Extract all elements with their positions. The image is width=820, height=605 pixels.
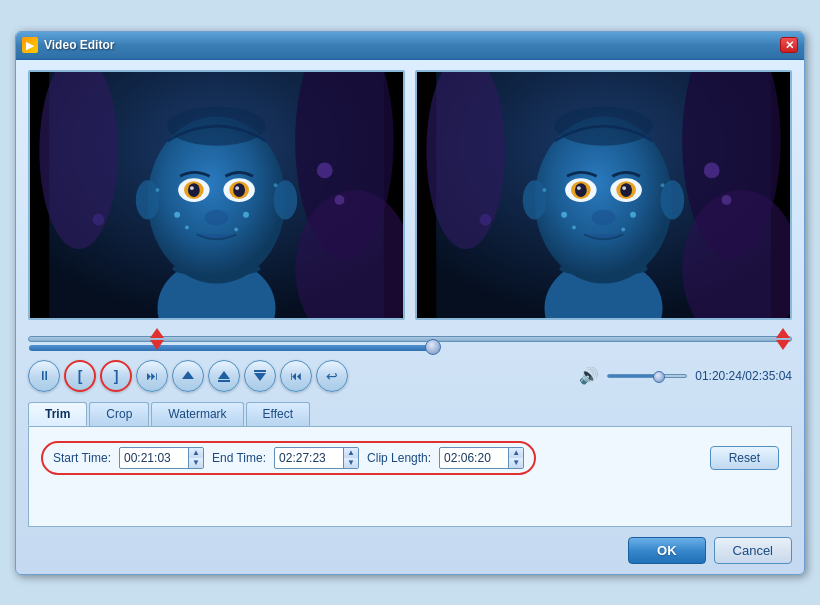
tab-effect[interactable]: Effect xyxy=(246,402,310,426)
svg-point-27 xyxy=(167,106,265,145)
trim-controls: Start Time: ▲ ▼ End Time: ▲ ▼ xyxy=(41,441,779,475)
cancel-button[interactable]: Cancel xyxy=(714,537,792,564)
svg-point-5 xyxy=(335,195,345,205)
trim-panel: Start Time: ▲ ▼ End Time: ▲ ▼ xyxy=(28,427,792,527)
left-preview xyxy=(28,70,405,320)
timeline-thumb[interactable] xyxy=(425,339,441,355)
trim-handle-left[interactable] xyxy=(150,328,164,350)
svg-point-25 xyxy=(136,180,160,219)
svg-point-62 xyxy=(561,211,567,217)
close-button[interactable]: ✕ xyxy=(780,37,798,53)
svg-point-65 xyxy=(621,227,625,231)
left-triangle-up xyxy=(150,328,164,338)
svg-marker-71 xyxy=(254,373,266,381)
timeline-track[interactable] xyxy=(28,336,792,342)
mark-in-button[interactable]: [ xyxy=(64,360,96,392)
right-triangle-up xyxy=(776,328,790,338)
clip-length-spinner: ▲ ▼ xyxy=(508,448,523,468)
clip-length-up[interactable]: ▲ xyxy=(509,448,523,458)
up-arrow-button[interactable] xyxy=(172,360,204,392)
mark-out-button[interactable]: ] xyxy=(100,360,132,392)
start-time-up[interactable]: ▲ xyxy=(189,448,203,458)
svg-point-39 xyxy=(722,195,732,205)
title-bar: ▶ Video Editor ✕ xyxy=(16,32,804,60)
svg-point-33 xyxy=(274,183,278,187)
end-time-up[interactable]: ▲ xyxy=(344,448,358,458)
svg-point-38 xyxy=(704,162,720,178)
tab-watermark[interactable]: Watermark xyxy=(151,402,243,426)
svg-marker-68 xyxy=(182,371,194,379)
next-frame-button[interactable]: ⏭ xyxy=(136,360,168,392)
svg-point-22 xyxy=(233,183,245,197)
svg-point-55 xyxy=(575,183,587,197)
start-time-field[interactable]: ▲ ▼ xyxy=(119,447,204,469)
svg-point-23 xyxy=(190,186,194,190)
reset-button[interactable]: Reset xyxy=(710,446,779,470)
up-arrow2-button[interactable] xyxy=(208,360,240,392)
svg-point-59 xyxy=(523,180,547,219)
clip-length-label: Clip Length: xyxy=(367,451,431,465)
clip-length-field[interactable]: ▲ ▼ xyxy=(439,447,524,469)
right-triangle-down xyxy=(776,340,790,350)
svg-point-61 xyxy=(554,106,652,145)
timeline-progress xyxy=(29,345,433,351)
start-time-label: Start Time: xyxy=(53,451,111,465)
controls-area: ⏸ [ ] ⏭ xyxy=(28,356,792,396)
svg-point-16 xyxy=(205,209,229,225)
prev-segment-button[interactable]: ⏮ xyxy=(280,360,312,392)
svg-point-50 xyxy=(592,209,616,225)
end-time-field[interactable]: ▲ ▼ xyxy=(274,447,359,469)
end-time-label: End Time: xyxy=(212,451,266,465)
svg-point-64 xyxy=(630,211,636,217)
app-icon: ▶ xyxy=(22,37,38,53)
svg-point-40 xyxy=(480,213,492,225)
end-time-spinner: ▲ ▼ xyxy=(343,448,358,468)
undo-button[interactable]: ↩ xyxy=(316,360,348,392)
down-arrow-button[interactable] xyxy=(244,360,276,392)
svg-point-31 xyxy=(234,227,238,231)
clip-length-input[interactable] xyxy=(440,449,508,467)
video-previews-area xyxy=(28,70,792,320)
volume-area: 🔊 01:20:24/02:35:04 xyxy=(579,366,792,385)
time-fields-group: Start Time: ▲ ▼ End Time: ▲ ▼ xyxy=(41,441,536,475)
svg-point-6 xyxy=(93,213,105,225)
volume-thumb[interactable] xyxy=(653,371,665,383)
start-time-input[interactable] xyxy=(120,449,188,467)
left-triangle-down xyxy=(150,340,164,350)
svg-point-58 xyxy=(622,186,626,190)
start-time-down[interactable]: ▼ xyxy=(189,458,203,468)
tab-crop[interactable]: Crop xyxy=(89,402,149,426)
trim-handle-right[interactable] xyxy=(776,328,790,350)
svg-point-28 xyxy=(174,211,180,217)
volume-icon[interactable]: 🔊 xyxy=(579,366,599,385)
svg-point-30 xyxy=(243,211,249,217)
svg-point-4 xyxy=(317,162,333,178)
ok-button[interactable]: OK xyxy=(628,537,706,564)
svg-point-66 xyxy=(542,188,546,192)
svg-point-67 xyxy=(661,183,665,187)
svg-marker-69 xyxy=(218,371,230,379)
svg-point-24 xyxy=(235,186,239,190)
svg-point-63 xyxy=(572,225,576,229)
start-time-spinner: ▲ ▼ xyxy=(188,448,203,468)
svg-point-29 xyxy=(185,225,189,229)
clip-length-down[interactable]: ▼ xyxy=(509,458,523,468)
tabs-row: Trim Crop Watermark Effect xyxy=(28,402,792,427)
end-time-down[interactable]: ▼ xyxy=(344,458,358,468)
bottom-buttons: OK Cancel xyxy=(28,537,792,564)
svg-point-56 xyxy=(620,183,632,197)
timeline-area[interactable] xyxy=(28,328,792,350)
time-display: 01:20:24/02:35:04 xyxy=(695,369,792,383)
pause-button[interactable]: ⏸ xyxy=(28,360,60,392)
end-time-input[interactable] xyxy=(275,449,343,467)
tab-trim[interactable]: Trim xyxy=(28,402,87,426)
svg-point-57 xyxy=(577,186,581,190)
video-editor-window: ▶ Video Editor ✕ xyxy=(15,31,805,575)
svg-point-21 xyxy=(188,183,200,197)
svg-point-32 xyxy=(155,188,159,192)
volume-slider[interactable] xyxy=(607,374,687,378)
window-title: Video Editor xyxy=(44,38,780,52)
right-preview xyxy=(415,70,792,320)
